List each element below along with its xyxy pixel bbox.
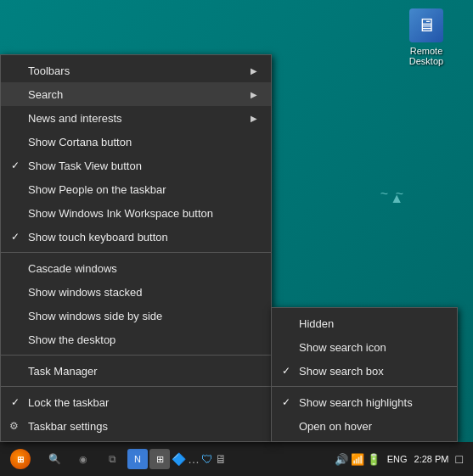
submenu-item-hidden[interactable]: Hidden xyxy=(272,311,457,335)
menu-item-sidebyside[interactable]: Show windows side by side xyxy=(1,304,271,328)
menu-item-locktaskbar[interactable]: ✓Lock the taskbar xyxy=(1,390,271,414)
menu-label-sidebyside: Show windows side by side xyxy=(28,310,162,322)
taskbar-shield-icon[interactable]: 🛡 xyxy=(201,452,213,466)
menu-label-search: Search xyxy=(28,88,63,101)
menu-label-stacked: Show windows stacked xyxy=(28,286,142,299)
start-orb: ⊞ xyxy=(10,449,31,469)
taskbar-taskview-icon[interactable]: ⧉ xyxy=(99,442,126,476)
scroll-indicator: ▲ xyxy=(390,191,403,206)
menu-item-news[interactable]: News and interests▶ xyxy=(1,106,271,130)
sub-checkmark-searchbox: ✓ xyxy=(282,365,290,377)
taskbar-monitor-icon[interactable]: 🖥 xyxy=(215,452,227,466)
menu-label-showdesktop: Show the desktop xyxy=(28,333,115,346)
network-icon[interactable]: 📶 xyxy=(351,453,364,466)
menu-item-taskmanager[interactable]: Task Manager xyxy=(1,359,271,383)
arrow-icon-toolbars: ▶ xyxy=(251,66,257,76)
menu-label-taskview: Show Task View button xyxy=(28,160,142,172)
menu-item-stacked[interactable]: Show windows stacked xyxy=(1,280,271,304)
checkmark-touch: ✓ xyxy=(11,231,20,243)
menu-label-ink: Show Windows Ink Workspace button xyxy=(28,207,213,220)
submenu-label-openonhover: Open on hover xyxy=(299,420,372,433)
submenu-item-searchicon[interactable]: Show search icon xyxy=(272,335,457,359)
separator-after-taskmanager xyxy=(1,386,271,387)
sub-checkmark-searchhighlights: ✓ xyxy=(282,396,290,408)
context-menu: Toolbars▶Search▶News and interests▶Show … xyxy=(0,54,272,442)
submenu-label-searchbox: Show search box xyxy=(299,365,384,378)
gear-icon-settings: ⚙ xyxy=(9,420,19,432)
submenu-label-searchhighlights: Show search highlights xyxy=(299,396,413,409)
tray-time[interactable]: 2:28 PM xyxy=(414,453,449,465)
taskbar-icons: 🔍 ◉ ⧉ N ⊞ 🔷 … 🛡 🖥 xyxy=(41,442,227,476)
taskbar-search-icon[interactable]: 🔍 xyxy=(41,442,68,476)
checkmark-locktaskbar: ✓ xyxy=(11,396,20,408)
submenu-label-hidden: Hidden xyxy=(299,317,334,330)
notification-icon[interactable]: □ xyxy=(456,452,463,466)
remote-desktop-icon-label: Remote Desktop xyxy=(397,46,456,66)
menu-item-search[interactable]: Search▶ xyxy=(1,82,271,106)
menu-label-people: Show People on the taskbar xyxy=(28,183,166,196)
taskbar-more-icon[interactable]: … xyxy=(188,452,200,466)
menu-item-showdesktop[interactable]: Show the desktop xyxy=(1,328,271,351)
arrow-icon-news: ▶ xyxy=(251,114,257,123)
menu-label-news: News and interests xyxy=(28,112,122,125)
menu-label-taskmanager: Task Manager xyxy=(28,365,98,378)
taskbar-tray: 🔊 📶 🔋 ENG 2:28 PM □ xyxy=(335,452,470,466)
tray-lang[interactable]: ENG xyxy=(387,454,408,464)
tray-icons: 🔊 📶 🔋 xyxy=(335,453,380,466)
menu-item-taskview[interactable]: ✓Show Task View button xyxy=(1,154,271,177)
submenu-label-searchicon: Show search icon xyxy=(299,341,386,354)
menu-item-ink[interactable]: Show Windows Ink Workspace button xyxy=(1,201,271,225)
separator-after-showdesktop xyxy=(1,355,271,356)
tray-time-value: 2:28 PM xyxy=(414,453,449,465)
menu-label-cascade: Cascade windows xyxy=(28,262,117,275)
menu-label-settings: Taskbar settings xyxy=(28,420,108,433)
sub-separator-after-2 xyxy=(272,386,457,387)
submenu-item-searchbox[interactable]: ✓Show search box xyxy=(272,359,457,383)
arrow-icon-search: ▶ xyxy=(251,90,257,99)
start-button[interactable]: ⊞ xyxy=(3,442,37,476)
menu-label-locktaskbar: Lock the taskbar xyxy=(28,396,109,409)
menu-item-people[interactable]: Show People on the taskbar xyxy=(1,177,271,201)
volume-icon[interactable]: 🔊 xyxy=(335,453,348,466)
remote-desktop-icon[interactable]: 🖥 Remote Desktop xyxy=(397,8,456,66)
menu-label-cortana: Show Cortana button xyxy=(28,136,132,148)
taskbar-app-icon[interactable]: N xyxy=(127,449,148,469)
taskbar-cortana-icon[interactable]: ◉ xyxy=(70,442,97,476)
menu-item-toolbars[interactable]: Toolbars▶ xyxy=(1,59,271,82)
menu-item-cascade[interactable]: Cascade windows xyxy=(1,256,271,280)
menu-item-touch[interactable]: ✓Show touch keyboard button xyxy=(1,225,271,249)
submenu-item-searchhighlights[interactable]: ✓Show search highlights xyxy=(272,390,457,414)
menu-label-touch: Show touch keyboard button xyxy=(28,231,168,244)
separator-after-touch xyxy=(1,252,271,253)
menu-label-toolbars: Toolbars xyxy=(28,64,70,77)
remote-desktop-icon-image: 🖥 xyxy=(409,8,443,42)
submenu-item-openonhover[interactable]: Open on hover xyxy=(272,414,457,438)
menu-item-settings[interactable]: ⚙Taskbar settings xyxy=(1,414,271,438)
taskbar: ⊞ 🔍 ◉ ⧉ N ⊞ 🔷 … 🛡 🖥 🔊 📶 🔋 ENG 2:28 PM □ xyxy=(0,442,473,476)
taskbar-bluetooth-icon[interactable]: 🔷 xyxy=(172,452,186,466)
submenu-search: HiddenShow search icon✓Show search box✓S… xyxy=(271,307,458,442)
menu-item-cortana[interactable]: Show Cortana button xyxy=(1,130,271,154)
taskbar-app2-icon[interactable]: ⊞ xyxy=(149,449,170,469)
checkmark-taskview: ✓ xyxy=(11,160,20,171)
battery-icon[interactable]: 🔋 xyxy=(367,453,380,466)
